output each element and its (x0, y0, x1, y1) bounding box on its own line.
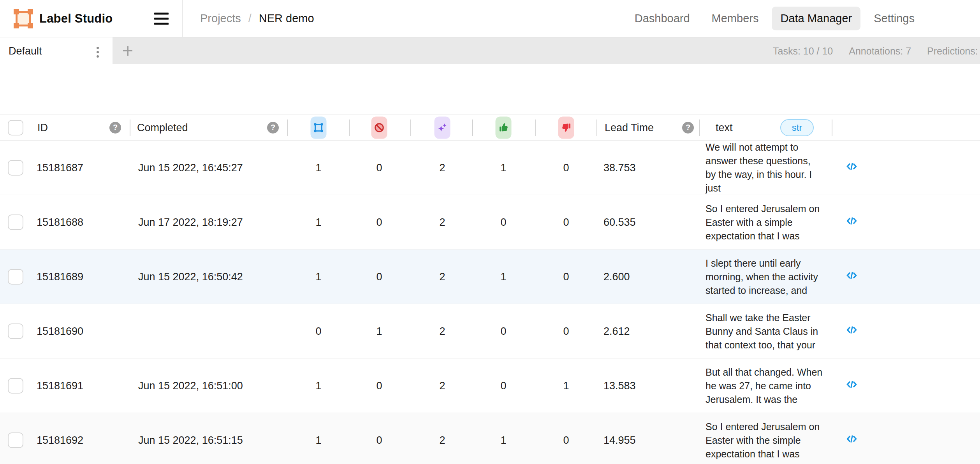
lead-time-value: 60.535 (603, 216, 636, 228)
task-text-snippet: I slept there until early morning, when … (706, 256, 823, 297)
predictions-count: 2 (425, 271, 460, 283)
tab-default[interactable]: Default (0, 37, 113, 65)
row-checkbox[interactable] (8, 323, 23, 339)
predictions-count: 2 (425, 216, 460, 228)
rejected-count: 0 (549, 325, 584, 337)
task-text-snippet: But all that changed. When he was 27, he… (706, 365, 823, 406)
task-source-button[interactable] (846, 324, 858, 339)
breadcrumb-projects[interactable]: Projects (200, 12, 241, 25)
code-brackets-icon (846, 160, 858, 172)
table-row[interactable]: 15181689 Jun 15 2022, 16:50:42 1 0 2 1 0… (0, 250, 980, 304)
task-source-button[interactable] (846, 269, 858, 284)
task-source-button[interactable] (846, 160, 858, 175)
annotations-count: 0 (301, 325, 336, 337)
table-row[interactable]: 15181690 0 1 2 0 0 2.612 Shall we take t… (0, 304, 980, 359)
rejected-count: 0 (549, 434, 584, 446)
table-row[interactable]: 15181692 Jun 15 2022, 16:51:15 1 0 2 1 0… (0, 413, 980, 464)
accepted-column-header[interactable] (496, 116, 512, 139)
task-rows: 15181687 Jun 15 2022, 16:45:27 1 0 2 1 0… (0, 141, 980, 464)
task-text-snippet: So I entered Jerusalem on Easter with th… (706, 420, 823, 460)
annotations-count: 1 (301, 380, 336, 392)
column-header-text[interactable]: text (716, 121, 733, 134)
annotations-column-header[interactable] (311, 116, 327, 139)
task-completed-date: Jun 15 2022, 16:50:42 (138, 271, 243, 283)
label-studio-logo-icon[interactable] (14, 9, 33, 28)
add-tab-icon[interactable] (118, 37, 137, 65)
rejected-column-header[interactable] (558, 116, 574, 139)
code-brackets-icon (846, 324, 858, 336)
task-source-button[interactable] (846, 433, 858, 448)
annotations-count: 1 (301, 434, 336, 446)
task-text-snippet: Shall we take the Easter Bunny and Santa… (706, 311, 823, 352)
accepted-count: 0 (486, 216, 521, 228)
cancelled-count: 0 (362, 271, 397, 283)
task-completed-date: Jun 15 2022, 16:51:15 (138, 434, 243, 446)
breadcrumb: Projects / NER demo (200, 0, 314, 37)
annotations-count: 1 (301, 162, 336, 174)
nav-dashboard[interactable]: Dashboard (626, 7, 698, 30)
table-row[interactable]: 15181688 Jun 17 2022, 18:19:27 1 0 2 0 0… (0, 195, 980, 250)
tab-menu-icon[interactable] (97, 51, 99, 53)
cancelled-count: 0 (362, 434, 397, 446)
code-brackets-icon (846, 269, 858, 281)
top-bar: Label Studio Projects / NER demo Dashboa… (0, 0, 980, 37)
rejected-count: 0 (549, 216, 584, 228)
nav-members[interactable]: Members (703, 7, 767, 30)
task-completed-date: Jun 15 2022, 16:51:00 (138, 380, 243, 392)
code-brackets-icon (846, 215, 858, 227)
hamburger-menu-icon[interactable] (154, 12, 169, 25)
task-source-button[interactable] (846, 215, 858, 230)
help-icon: ? (682, 122, 694, 134)
topbar-divider (182, 0, 183, 37)
annotations-count: 1 (301, 216, 336, 228)
row-checkbox[interactable] (8, 378, 23, 394)
task-id: 15181687 (37, 162, 83, 174)
cancelled-annotations-column-header[interactable] (371, 116, 387, 139)
stat-predictions: Predictions: 20 (927, 46, 980, 57)
annotations-count: 1 (301, 271, 336, 283)
row-checkbox[interactable] (8, 214, 23, 230)
breadcrumb-current-project: NER demo (259, 12, 314, 25)
select-all-checkbox[interactable] (8, 120, 23, 135)
predictions-count: 2 (425, 434, 460, 446)
thumbs-down-icon (561, 122, 572, 133)
column-header-lead-time[interactable]: Lead Time (605, 121, 654, 134)
accepted-count: 1 (486, 434, 521, 446)
predictions-count: 2 (425, 162, 460, 174)
help-icon: ? (267, 122, 279, 134)
sparkles-icon (437, 122, 448, 133)
thumbs-up-icon (498, 122, 509, 133)
predictions-count: 2 (425, 380, 460, 392)
row-checkbox[interactable] (8, 269, 23, 285)
stat-annotations: Annotations: 7 (849, 46, 911, 57)
column-header-id[interactable]: ID (37, 121, 48, 134)
help-icon: ? (109, 122, 121, 134)
predictions-column-header[interactable] (435, 116, 450, 139)
row-checkbox[interactable] (8, 432, 23, 448)
nav-data-manager[interactable]: Data Manager (772, 7, 860, 30)
task-source-button[interactable] (846, 378, 858, 393)
rejected-count: 0 (549, 162, 584, 174)
table-header: ID ? Completed ? (0, 114, 980, 141)
lead-time-value: 13.583 (603, 380, 636, 392)
table-row[interactable]: 15181691 Jun 15 2022, 16:51:00 1 0 2 0 1… (0, 359, 980, 413)
accepted-count: 1 (486, 162, 521, 174)
task-completed-date: Jun 15 2022, 16:45:27 (138, 162, 243, 174)
task-id: 15181689 (37, 271, 83, 283)
accepted-count: 0 (486, 380, 521, 392)
nav-settings[interactable]: Settings (865, 7, 923, 30)
task-completed-date: Jun 17 2022, 18:19:27 (138, 216, 243, 228)
task-stats: Tasks: 10 / 10 Annotations: 7 Prediction… (773, 37, 980, 65)
app-title: Label Studio (39, 0, 113, 37)
cancelled-count: 0 (362, 380, 397, 392)
task-id: 15181690 (37, 325, 83, 337)
breadcrumb-separator: / (248, 12, 252, 25)
tab-bar: Default Tasks: 10 / 10 Annotations: 7 Pr… (0, 37, 980, 64)
column-header-completed[interactable]: Completed (137, 121, 188, 134)
code-brackets-icon (846, 433, 858, 445)
lead-time-value: 2.600 (603, 271, 630, 283)
cancelled-count: 0 (362, 216, 397, 228)
table-row[interactable]: 15181687 Jun 15 2022, 16:45:27 1 0 2 1 0… (0, 141, 980, 195)
cancelled-count: 0 (362, 162, 397, 174)
row-checkbox[interactable] (8, 160, 23, 176)
